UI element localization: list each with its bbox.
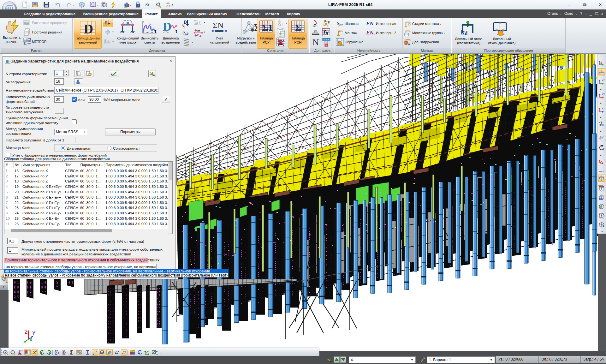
svg-text:m: m	[197, 29, 200, 33]
svg-text:XZ: XZ	[602, 79, 605, 81]
svg-text:Y: Y	[32, 331, 35, 336]
svg-text:ΣN: ΣN	[213, 21, 223, 30]
svg-text:XY: XY	[602, 93, 605, 95]
svg-text:1.2: 1.2	[34, 350, 37, 352]
svg-text:EN: EN	[366, 21, 374, 26]
svg-text:D: D	[163, 20, 171, 33]
svg-text:eak: eak	[182, 29, 189, 36]
svg-text:t: t	[175, 29, 177, 34]
svg-text:|fvk: |fvk	[104, 39, 110, 44]
svg-text:t: t	[155, 29, 157, 34]
svg-text:Z: Z	[25, 330, 27, 335]
svg-text:EN2: EN2	[366, 30, 376, 36]
svg-text:Aa: Aa	[166, 4, 171, 8]
svg-text:kd: kd	[461, 28, 467, 36]
svg-text:ξ: ξ	[199, 21, 201, 25]
svg-text:fx: fx	[323, 29, 329, 36]
svg-text:Σσ: Σσ	[281, 33, 284, 34]
svg-text:σ: σ	[27, 42, 28, 45]
svg-text:EF: EF	[55, 350, 58, 353]
svg-text:12: 12	[20, 350, 23, 352]
svg-text:+: +	[405, 41, 407, 45]
svg-text:Σ1: Σ1	[262, 22, 273, 33]
svg-text:X: X	[29, 337, 33, 342]
svg-text:m: m	[126, 20, 129, 25]
svg-text:D: D	[84, 22, 93, 36]
svg-text:6: 6	[26, 352, 27, 354]
svg-text:YZ: YZ	[602, 107, 605, 110]
svg-text:eak: eak	[197, 33, 202, 37]
svg-text:№: №	[152, 74, 155, 76]
svg-text:2: 2	[26, 350, 27, 352]
svg-text:1.2.1: 1.2.1	[33, 353, 36, 355]
svg-text:№: №	[330, 360, 332, 362]
svg-text:N: N	[312, 38, 319, 46]
svg-text:Σ: Σ	[23, 41, 26, 45]
svg-text:?: ?	[164, 97, 167, 102]
svg-text:Σ: Σ	[138, 351, 140, 354]
svg-text:Si: Si	[145, 2, 149, 7]
svg-text:Σ: Σ	[295, 22, 301, 33]
svg-text:Σσ: Σσ	[277, 22, 283, 27]
